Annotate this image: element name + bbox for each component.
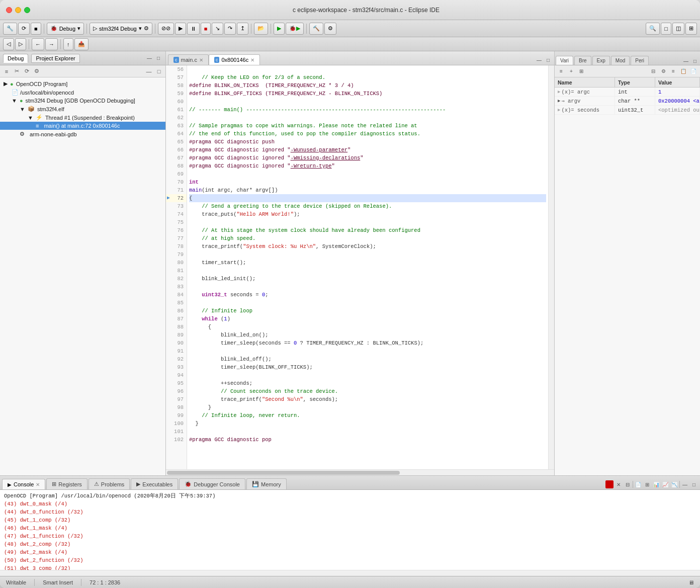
tab-breakpoints[interactable]: Bre <box>574 56 591 65</box>
debug-config-dropdown[interactable]: 🐞 Debug ▾ <box>47 23 84 35</box>
var-row-argv[interactable]: ▶ ⇒ argv char ** 0x20000004 <ar... <box>555 97 700 106</box>
tab-executables[interactable]: ▶ Executables <box>131 478 178 489</box>
tree-item-openocd[interactable]: ▶ ● OpenOCD [Program] <box>0 79 165 88</box>
step-over-btn[interactable]: ↷ <box>224 23 236 35</box>
console-ctrl6-btn[interactable]: 📈 <box>661 480 669 488</box>
resume-btn[interactable]: ▶ <box>175 23 186 35</box>
console-ctrl1-btn[interactable]: ✕ <box>615 480 623 488</box>
terminate-btn[interactable]: ■ <box>201 23 211 35</box>
perspective1-btn[interactable]: □ <box>661 23 671 35</box>
console-ctrl3-btn[interactable]: 📄 <box>634 480 642 488</box>
bottom-scrollbar-h[interactable] <box>0 570 700 576</box>
more-tools-btn[interactable]: ⚙ <box>324 23 336 35</box>
tree-item-openocd-path[interactable]: 📄 /usr/local/bin/openocd <box>0 88 165 97</box>
editor-area[interactable]: 56 57 58 59 60 61 62 63 64 65 66 67 68 6… <box>166 65 554 469</box>
console-ctrl2-btn[interactable]: ⊟ <box>624 480 632 488</box>
main-c-tab-close[interactable]: ✕ <box>199 57 203 63</box>
var-copy-btn[interactable]: 📋 <box>679 67 688 76</box>
view-menu-btn[interactable]: ⊟ <box>649 67 658 76</box>
search-btn[interactable]: 🔍 <box>646 23 660 35</box>
tab-registers[interactable]: ⊞ Registers <box>46 478 87 489</box>
console-ctrl4-btn[interactable]: ⊞ <box>643 480 651 488</box>
perspective2-btn[interactable]: ◫ <box>672 23 684 35</box>
ext-tools-btn[interactable]: 🔨 <box>309 23 323 35</box>
editor-maximize-btn[interactable]: □ <box>544 56 552 64</box>
disconnect-btn[interactable]: ✂ <box>12 67 21 76</box>
minimize-button[interactable] <box>15 7 21 13</box>
right-panel-tab-bar: Vari Bre Exp Mod Peri — □ <box>555 51 700 65</box>
tab-debug[interactable]: Debug <box>3 54 28 63</box>
ln-77: 77 <box>166 234 187 242</box>
console-line-3: (46) dwt_1_mask (/4) <box>4 524 696 532</box>
tab-expressions[interactable]: Exp <box>592 56 610 65</box>
collapse-all-btn[interactable]: ≡ <box>2 67 11 76</box>
tree-item-thread[interactable]: ▼ ⚡ Thread #1 (Suspended : Breakpoint) <box>0 113 165 122</box>
tools-button[interactable]: 🔧 <box>3 23 17 35</box>
tree-item-main-frame[interactable]: ≡ main() at main.c:72 0x800146c <box>0 122 165 130</box>
left-panel-maximize-btn[interactable]: □ <box>154 67 163 76</box>
right-panel-maximize-btn[interactable]: □ <box>691 57 699 65</box>
editor-scrollbar-h[interactable] <box>166 469 554 475</box>
console-ctrl5-btn[interactable]: 📊 <box>652 480 660 488</box>
settings-btn[interactable]: ⚙ <box>32 67 41 76</box>
layout-vars-btn[interactable]: ⊞ <box>577 67 586 76</box>
left-panel-minimize-btn[interactable]: — <box>144 67 153 76</box>
tree-item-gdb[interactable]: ⚙ arm-none-eabi-gdb <box>0 130 165 138</box>
perspective3-btn[interactable]: ⊞ <box>685 23 697 35</box>
editor-scrollbar[interactable] <box>548 65 554 469</box>
export-btn[interactable]: 📤 <box>74 38 89 50</box>
tree-item-stm32f4-debug[interactable]: ▼ ● stm32f4 Debug [GDB OpenOCD Debugging… <box>0 97 165 105</box>
right-panel-minimize-btn[interactable]: — <box>682 57 690 65</box>
tab-modules[interactable]: Mod <box>611 56 630 65</box>
maximize-button[interactable] <box>24 7 30 13</box>
console-minimize-btn[interactable]: — <box>681 480 689 488</box>
tab-variables[interactable]: Vari <box>556 56 573 65</box>
stop-button[interactable]: ■ <box>31 23 41 35</box>
console-ctrl7-btn[interactable]: 📉 <box>670 480 678 488</box>
tab-project-explorer[interactable]: Project Explorer <box>31 54 79 63</box>
var-settings-btn[interactable]: ⚙ <box>659 67 668 76</box>
skip-all-btn[interactable]: ⊘⊘ <box>158 23 174 35</box>
tab-debugger-console[interactable]: 🐞 Debugger Console <box>179 478 245 489</box>
thread-icon: ⚡ <box>36 114 43 121</box>
step-return-btn[interactable]: ↥ <box>237 23 248 35</box>
forward-btn[interactable]: → <box>45 38 58 50</box>
scrollbar-h-thumb[interactable] <box>167 471 400 475</box>
debug-last-btn[interactable]: 🐞▶ <box>286 23 304 35</box>
var-row-seconds[interactable]: ▶ (x)= seconds uint32_t <optimized out> <box>555 106 700 115</box>
suspend-btn[interactable]: ⏸ <box>187 23 200 35</box>
collapse-vars-btn[interactable]: ≡ <box>557 67 566 76</box>
prev-edit-btn[interactable]: ◁ <box>3 38 14 50</box>
next-edit-btn[interactable]: ▷ <box>15 38 26 50</box>
var-filter-btn[interactable]: ≡ <box>669 67 678 76</box>
sync-icon: ⟳ <box>22 25 26 32</box>
sync-button[interactable]: ⟳ <box>18 23 30 35</box>
run-last-btn[interactable]: ▶ <box>274 23 285 35</box>
editor-minimize-btn[interactable]: — <box>535 56 543 64</box>
tab-memory[interactable]: 💾 Memory <box>246 478 287 489</box>
var-paste-btn[interactable]: 📄 <box>689 67 698 76</box>
open-type-btn[interactable]: 📂 <box>254 23 268 35</box>
address-tab-close[interactable]: ✕ <box>250 57 254 63</box>
expand-vars-btn[interactable]: + <box>567 67 576 76</box>
step-into-btn[interactable]: ↘ <box>212 23 223 35</box>
close-button[interactable] <box>6 7 12 13</box>
elf-expand-icon: ▼ <box>20 106 25 112</box>
tab-main-c[interactable]: c main.c ✕ <box>168 54 209 65</box>
refresh-btn[interactable]: ⟳ <box>22 67 31 76</box>
back-btn[interactable]: ← <box>32 38 44 50</box>
console-tab-close[interactable]: ✕ <box>36 482 40 487</box>
console-maximize-btn[interactable]: □ <box>690 480 698 488</box>
run-config-dropdown[interactable]: ▷ stm32f4 Debug ▾ ⚙ <box>90 23 152 35</box>
next-ann-btn[interactable]: ↑ <box>63 38 73 50</box>
tab-console[interactable]: ▶ Console ✕ <box>2 479 45 489</box>
tree-item-elf[interactable]: ▼ 📦 stm32f4.elf <box>0 105 165 113</box>
maximize-panel-btn[interactable]: □ <box>154 54 162 62</box>
tab-peripherals[interactable]: Peri <box>631 56 649 65</box>
tab-problems[interactable]: ⚠ Problems <box>89 478 130 489</box>
tab-address[interactable]: c 0x800146c ✕ <box>209 54 260 65</box>
code-editor[interactable]: // Keep the LED on for 2/3 of a second. … <box>187 65 548 469</box>
var-row-argc[interactable]: ▶ (x)= argc int 1 <box>555 88 700 97</box>
minimize-panel-btn[interactable]: — <box>145 54 153 62</box>
stop-console-btn[interactable] <box>605 480 614 488</box>
